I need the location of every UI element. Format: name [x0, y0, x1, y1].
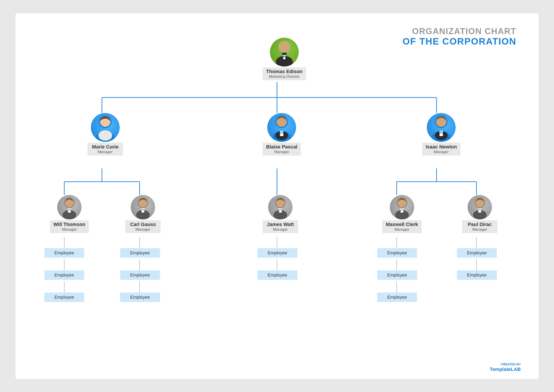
marie-name: Marie Curie — [91, 144, 119, 150]
node-blaise: Blaise Pascal Manager — [263, 113, 301, 155]
emp-will-2: Employee — [44, 270, 84, 280]
label-isaac: Isaac Newton Manager — [422, 143, 461, 155]
title-line1: ORGANIZATION CHART — [402, 27, 516, 36]
avatar-james — [268, 195, 293, 219]
person-icon-carl — [131, 195, 155, 219]
paul-role: Manager — [466, 227, 494, 232]
node-ceo: Thomas Edison Marketing Director — [263, 38, 306, 80]
node-marie: Marie Curie Manager — [88, 113, 123, 155]
marie-role: Manager — [91, 150, 119, 154]
avatar-carl — [131, 195, 155, 219]
avatar-ceo — [270, 38, 299, 66]
ceo-role: Marketing Director — [266, 74, 302, 79]
branding: CREATED BY TemplateLAB — [490, 363, 521, 372]
emp-paul-1: Employee — [457, 248, 497, 258]
label-paul: Paul Dirac Manager — [462, 220, 498, 233]
carl-name: Carl Gauss — [129, 222, 157, 227]
emp-maxwell-2: Employee — [377, 270, 417, 280]
emp-james-1: Employee — [258, 248, 297, 258]
will-role: Manager — [53, 227, 85, 232]
created-by-label: CREATED BY — [490, 363, 521, 366]
title-area: ORGANIZATION CHART OF THE CORPORATION — [402, 27, 516, 47]
ceo-name: Thomas Edison — [266, 69, 302, 74]
label-maxwell: Maxwell Clerk Manager — [382, 220, 422, 233]
svg-point-66 — [276, 198, 285, 207]
emp-maxwell-1: Employee — [377, 248, 417, 258]
person-icon-james — [268, 195, 293, 219]
svg-point-54 — [65, 198, 74, 207]
emp-will-3: Employee — [44, 293, 84, 302]
person-icon-marie — [91, 113, 120, 142]
node-james: James Watt Manager — [263, 195, 298, 233]
page: ORGANIZATION CHART OF THE CORPORATION CR… — [15, 13, 539, 379]
isaac-role: Manager — [426, 150, 457, 154]
avatar-paul — [468, 195, 492, 219]
label-ceo: Thomas Edison Marketing Director — [263, 67, 306, 80]
person-icon-will — [57, 195, 82, 219]
maxwell-name: Maxwell Clerk — [386, 222, 418, 227]
avatar-will — [57, 195, 82, 219]
label-will: Will Thomson Manager — [50, 220, 89, 233]
carl-role: Manager — [129, 227, 157, 232]
avatar-blaise — [267, 113, 296, 142]
emp-james-2: Employee — [258, 270, 297, 280]
emp-maxwell-3: Employee — [377, 293, 417, 302]
emp-paul-2: Employee — [457, 270, 497, 280]
will-name: Will Thomson — [53, 222, 85, 227]
label-james: James Watt Manager — [263, 220, 298, 233]
title-line2: OF THE CORPORATION — [402, 36, 516, 47]
svg-point-60 — [139, 198, 147, 207]
emp-carl-3: Employee — [120, 293, 160, 302]
blaise-role: Manager — [266, 150, 297, 154]
label-blaise: Blaise Pascal Manager — [263, 143, 301, 155]
lab-label: LAB — [511, 366, 521, 372]
person-icon-paul — [468, 195, 492, 219]
avatar-maxwell — [390, 195, 414, 219]
svg-point-78 — [475, 198, 484, 207]
node-isaac: Isaac Newton Manager — [422, 113, 461, 155]
person-icon-ceo — [270, 38, 299, 66]
svg-point-29 — [279, 42, 289, 52]
avatar-marie — [91, 113, 120, 142]
blaise-name: Blaise Pascal — [266, 144, 297, 150]
person-icon-blaise — [267, 113, 296, 142]
paul-name: Paul Dirac — [466, 222, 494, 227]
node-maxwell: Maxwell Clerk Manager — [382, 195, 422, 233]
maxwell-role: Manager — [386, 227, 418, 232]
person-icon-isaac — [427, 113, 456, 142]
svg-point-72 — [398, 198, 407, 207]
template-label: TemplateLAB — [490, 366, 521, 372]
label-carl: Carl Gauss Manager — [125, 220, 161, 233]
isaac-name: Isaac Newton — [426, 144, 457, 150]
svg-point-41 — [277, 116, 287, 127]
label-marie: Marie Curie Manager — [88, 143, 123, 155]
node-paul: Paul Dirac Manager — [462, 195, 498, 233]
emp-carl-2: Employee — [120, 270, 160, 280]
node-will: Will Thomson Manager — [50, 195, 89, 233]
svg-point-48 — [436, 116, 447, 127]
emp-carl-1: Employee — [120, 248, 160, 258]
node-carl: Carl Gauss Manager — [125, 195, 161, 233]
james-role: Manager — [266, 227, 295, 232]
james-name: James Watt — [266, 222, 295, 227]
avatar-isaac — [427, 113, 456, 142]
emp-will-1: Employee — [44, 248, 84, 258]
svg-rect-30 — [282, 53, 287, 55]
person-icon-maxwell — [390, 195, 414, 219]
